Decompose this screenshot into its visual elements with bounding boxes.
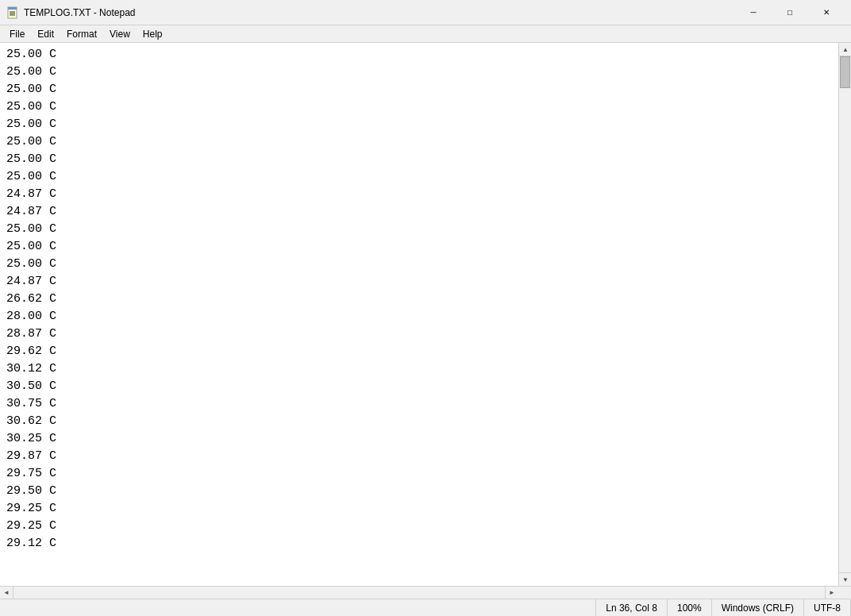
menu-bar: File Edit Format View Help	[0, 25, 851, 43]
title-bar: TEMPLOG.TXT - Notepad ─ □ ✕	[0, 0, 851, 25]
window-title: TEMPLOG.TXT - Notepad	[24, 7, 735, 18]
scrollbar-thumb[interactable]	[840, 56, 850, 88]
scrollbar-track[interactable]	[839, 56, 851, 572]
scroll-down-button[interactable]: ▼	[839, 572, 851, 586]
status-spacer	[0, 599, 596, 617]
app-icon	[6, 6, 19, 19]
horizontal-scrollbar: ◄ ►	[0, 586, 851, 599]
menu-format[interactable]: Format	[60, 25, 103, 43]
encoding: UTF-8	[804, 599, 851, 617]
scrollbar-corner	[838, 587, 851, 599]
vertical-scrollbar: ▲ ▼	[838, 43, 851, 586]
text-editor[interactable]: 25.00 C 25.00 C 25.00 C 25.00 C 25.00 C …	[0, 43, 838, 586]
scroll-right-button[interactable]: ►	[825, 587, 838, 599]
window-controls: ─ □ ✕	[735, 0, 845, 25]
editor-area: 25.00 C 25.00 C 25.00 C 25.00 C 25.00 C …	[0, 43, 851, 586]
menu-help[interactable]: Help	[137, 25, 169, 43]
scroll-up-button[interactable]: ▲	[839, 43, 851, 56]
minimize-button[interactable]: ─	[735, 0, 772, 25]
cursor-position: Ln 36, Col 8	[596, 599, 668, 617]
menu-file[interactable]: File	[3, 25, 31, 43]
scroll-left-button[interactable]: ◄	[0, 587, 13, 599]
zoom-level: 100%	[668, 599, 712, 617]
line-ending: Windows (CRLF)	[712, 599, 804, 617]
h-scrollbar-track[interactable]	[13, 587, 825, 599]
menu-edit[interactable]: Edit	[31, 25, 60, 43]
status-bar: Ln 36, Col 8 100% Windows (CRLF) UTF-8	[0, 599, 851, 616]
svg-rect-1	[8, 7, 17, 10]
close-button[interactable]: ✕	[808, 0, 845, 25]
menu-view[interactable]: View	[103, 25, 137, 43]
restore-button[interactable]: □	[772, 0, 808, 25]
